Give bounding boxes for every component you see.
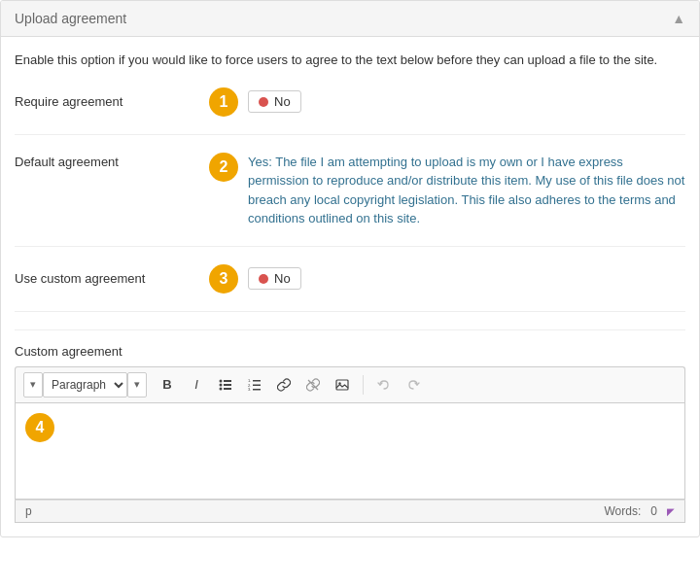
redo-button[interactable]	[401, 372, 426, 398]
resize-handle[interactable]: ◤	[667, 506, 675, 517]
italic-button[interactable]: I	[184, 372, 209, 398]
image-button[interactable]	[330, 372, 355, 398]
step-badge-2: 2	[209, 153, 238, 182]
use-custom-agreement-toggle-label: No	[274, 271, 291, 286]
link-icon	[277, 378, 291, 392]
default-agreement-text: Yes: The file I am attempting to upload …	[248, 153, 685, 228]
require-agreement-row: Require agreement 1 No	[15, 87, 685, 135]
custom-agreement-label: Custom agreement	[15, 344, 685, 359]
svg-text:3.: 3.	[248, 387, 251, 392]
bold-button[interactable]: B	[155, 372, 180, 398]
svg-rect-3	[224, 384, 231, 386]
default-agreement-row: Default agreement 2 Yes: The file I am a…	[15, 153, 685, 247]
unlink-icon	[306, 378, 320, 392]
svg-rect-9	[253, 384, 261, 386]
svg-line-12	[308, 380, 318, 390]
redo-icon	[406, 378, 420, 392]
paragraph-select[interactable]: Paragraph	[43, 372, 127, 398]
step-badge-4: 4	[25, 413, 54, 442]
panel-title: Upload agreement	[15, 11, 126, 26]
undo-icon	[377, 378, 391, 392]
require-agreement-label: Require agreement	[15, 94, 209, 109]
editor-tag: p	[25, 504, 32, 518]
ordered-list-icon: 1. 2. 3.	[248, 378, 262, 392]
use-custom-agreement-badge-row: 3 No	[209, 264, 301, 294]
editor-footer: p Words: 0 ◤	[15, 500, 685, 523]
words-label: Words:	[604, 504, 641, 518]
toggle-dot-2	[259, 274, 268, 284]
editor-toolbar: ▾ Paragraph ▾ B I	[15, 366, 685, 402]
chevron-up-icon[interactable]: ▲	[672, 11, 685, 26]
require-agreement-badge-row: 1 No	[209, 87, 301, 117]
use-custom-agreement-label: Use custom agreement	[15, 271, 209, 286]
panel-body: Enable this option if you would like to …	[1, 37, 699, 536]
default-agreement-label: Default agreement	[15, 153, 209, 169]
toolbar-separator	[363, 375, 364, 395]
use-custom-agreement-toggle[interactable]: No	[248, 267, 301, 290]
word-count: Words: 0 ◤	[604, 504, 675, 518]
svg-point-0	[220, 379, 223, 382]
svg-rect-5	[224, 388, 231, 390]
svg-rect-1	[224, 380, 231, 382]
svg-rect-7	[253, 380, 261, 382]
use-custom-agreement-row: Use custom agreement 3 No	[15, 264, 685, 312]
default-agreement-badge-row: 2 Yes: The file I am attempting to uploa…	[209, 153, 685, 228]
paragraph-chevron-btn[interactable]: ▾	[23, 372, 43, 398]
paragraph-select-group: ▾ Paragraph ▾	[23, 372, 147, 398]
paragraph-dropdown-btn[interactable]: ▾	[127, 372, 147, 398]
svg-rect-11	[253, 389, 261, 391]
upload-agreement-panel: Upload agreement ▲ Enable this option if…	[0, 0, 700, 537]
bullet-list-icon	[219, 378, 232, 392]
svg-point-2	[220, 383, 223, 386]
step-badge-1: 1	[209, 87, 238, 117]
editor-badge-row: 4	[25, 413, 675, 442]
undo-button[interactable]	[371, 372, 397, 398]
description-text: Enable this option if you would like to …	[15, 51, 685, 70]
toggle-dot-1	[259, 97, 268, 107]
link-button[interactable]	[271, 372, 297, 398]
require-agreement-toggle-label: No	[274, 94, 291, 109]
custom-agreement-section: Custom agreement ▾ Paragraph ▾ B I	[15, 329, 685, 523]
image-icon	[335, 378, 349, 392]
unlink-button[interactable]	[300, 372, 326, 398]
panel-header: Upload agreement ▲	[1, 1, 699, 37]
svg-rect-13	[336, 380, 348, 390]
bullet-list-button[interactable]	[213, 372, 238, 398]
step-badge-3: 3	[209, 264, 238, 294]
ordered-list-button[interactable]: 1. 2. 3.	[242, 372, 267, 398]
words-count: 0	[650, 504, 657, 518]
svg-point-4	[220, 387, 223, 390]
editor-content-area[interactable]: 4	[15, 402, 685, 500]
require-agreement-toggle[interactable]: No	[248, 90, 301, 113]
